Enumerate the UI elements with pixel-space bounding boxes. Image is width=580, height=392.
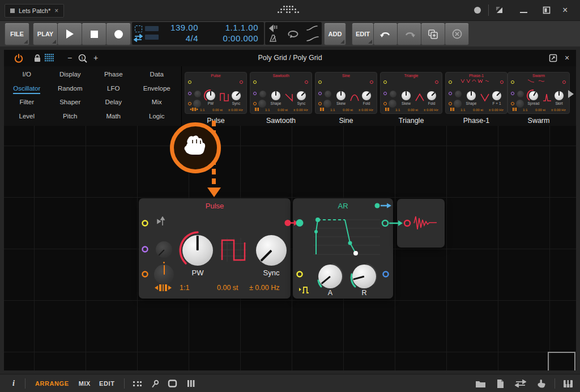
knob-a [206, 91, 215, 100]
duplicate-button[interactable] [421, 23, 445, 45]
play-menu-button[interactable]: PLAY [33, 23, 58, 45]
undo-button[interactable] [373, 23, 398, 45]
view-tab-mix[interactable]: MIX [79, 380, 91, 387]
ar-input-port[interactable] [296, 219, 304, 227]
delete-button[interactable] [445, 23, 469, 45]
position-value[interactable]: 1.1.1.00 [204, 22, 258, 33]
redo-button[interactable] [397, 23, 421, 45]
ar-gate-port[interactable] [297, 272, 302, 277]
zoom-out-button[interactable]: − [67, 50, 72, 66]
snap-settings-icon[interactable] [133, 379, 142, 388]
pulse-pitch-port[interactable] [143, 221, 148, 226]
shuffle-amount-meter[interactable] [145, 35, 159, 40]
punch-in-icon[interactable] [268, 24, 279, 32]
port-red-icon [562, 80, 566, 84]
info-icon[interactable]: i [12, 379, 15, 388]
file-menu-button[interactable]: FILE [5, 23, 29, 45]
category-item[interactable]: Data [135, 69, 179, 83]
category-item[interactable]: Math [92, 110, 135, 125]
zoom-level-indicator[interactable]: 1 [78, 54, 88, 63]
cue-markers-icon[interactable] [151, 379, 159, 388]
palette-module-card[interactable]: Swarm Spread Skirt 1:1 0.00 st ± 0.00 Hz… [508, 72, 570, 114]
palette-module-card[interactable]: Triangle Skew Fold 1:1 0.00 st ± 0.00 Hz… [380, 72, 442, 114]
maximize-icon[interactable] [543, 6, 551, 14]
palette-module-card[interactable]: Sine Skew Fold 1:1 0.00 st ± 0.00 Hz Sin… [315, 72, 377, 114]
time-signature-value[interactable]: 4/4 [159, 33, 198, 44]
browser-folder-icon[interactable] [475, 380, 486, 388]
palette-module-card[interactable]: Pulse PW Sync 1:1 0.00 st ± 0.00 Hz Puls… [185, 72, 247, 114]
ar-out-port[interactable] [382, 220, 388, 226]
file-menu-label: FILE [10, 31, 24, 37]
loop-icon[interactable] [135, 25, 142, 32]
port-yellow-icon [318, 80, 322, 84]
category-item-selected[interactable]: Oscillator [5, 83, 49, 97]
virtual-keyboard-icon[interactable] [563, 380, 573, 388]
palette-scroll-right-icon[interactable] [568, 90, 574, 98]
editor-close-icon[interactable]: × [565, 50, 569, 66]
tempo-value[interactable]: 139.00 [159, 22, 198, 33]
file-panel-icon[interactable] [496, 379, 505, 389]
engine-status-icon[interactable] [474, 7, 481, 14]
audio-out-port[interactable] [404, 220, 410, 226]
add-menu-button[interactable]: ADD [324, 23, 346, 45]
category-item[interactable]: Filter [5, 96, 49, 110]
delete-icon [452, 29, 462, 39]
pulse-out-port[interactable] [285, 220, 291, 226]
category-item[interactable]: Phase [92, 69, 135, 83]
metronome-icon[interactable] [268, 34, 278, 42]
category-item[interactable]: Logic [135, 110, 179, 125]
category-item[interactable]: I/O [5, 69, 49, 83]
category-item[interactable]: Envelope [135, 83, 179, 97]
category-item[interactable]: Random [49, 83, 92, 97]
minimize-icon[interactable] [520, 12, 527, 13]
view-tab-edit[interactable]: EDIT [99, 380, 114, 387]
grid-canvas[interactable]: Pulse PW Sync 1:1 0.00 st [4, 126, 576, 370]
mini-knob [259, 91, 266, 97]
automation-follow-icon[interactable] [306, 24, 321, 32]
device-power-icon[interactable] [14, 54, 23, 63]
ar-mod-port[interactable] [383, 272, 389, 277]
clip-launcher-toggle-icon[interactable] [168, 379, 178, 388]
view-tab-arrange[interactable]: ARRANGE [35, 380, 69, 387]
category-item[interactable]: Level [5, 110, 49, 125]
port-red-icon [240, 80, 243, 84]
touch-mode-icon[interactable] [536, 379, 545, 388]
automation-write-icon[interactable] [306, 35, 321, 42]
time-value[interactable]: 0:00.000 [204, 33, 258, 44]
play-button[interactable] [57, 23, 82, 45]
port-yellow-icon [253, 80, 257, 84]
category-item[interactable]: LFO [92, 83, 135, 97]
popout-icon[interactable] [549, 54, 557, 62]
stop-button[interactable] [82, 23, 106, 45]
arranger-loop-icon[interactable] [286, 28, 300, 39]
project-tab[interactable]: Lets Patch* × [5, 4, 64, 18]
port-purple-icon [253, 92, 257, 95]
port-orange-icon [253, 102, 257, 105]
record-button[interactable] [106, 23, 131, 45]
pulse-sync-port[interactable] [143, 272, 148, 277]
mixer-meters-icon[interactable] [186, 379, 195, 388]
shuffle-icon[interactable] [134, 34, 143, 42]
ar-precord-port[interactable] [375, 203, 380, 208]
category-item[interactable]: Mix [135, 96, 179, 110]
record-icon [114, 30, 123, 39]
category-item[interactable]: Shaper [49, 96, 92, 110]
project-tab-close-icon[interactable]: × [54, 7, 58, 14]
close-icon[interactable]: × [562, 6, 568, 15]
display-profile-icon[interactable] [495, 6, 504, 14]
category-item[interactable]: Display [49, 69, 92, 83]
zoom-in-button[interactable]: + [93, 50, 98, 66]
palette-module-card[interactable]: Phase-1 Shape F + 1 1:1 0.00 st ± 0.00 H… [445, 72, 508, 114]
loop-range-meter[interactable] [145, 26, 159, 31]
palette-module-card[interactable]: Sawtooth Shape Sync 1:1 0.00 st ± 0.00 H… [250, 72, 312, 114]
grid-snap-icon[interactable] [45, 54, 54, 62]
knob-b [297, 91, 306, 100]
pulse-pw-port[interactable] [143, 247, 148, 252]
io-routing-icon[interactable] [515, 380, 526, 387]
edit-menu-button[interactable]: EDIT [352, 23, 374, 45]
palette-module-label: Sine [315, 117, 377, 125]
category-item[interactable]: Delay [92, 96, 135, 110]
canvas-navigator[interactable] [548, 352, 575, 370]
lock-icon[interactable] [33, 54, 41, 62]
category-item[interactable]: Pitch [49, 110, 92, 125]
